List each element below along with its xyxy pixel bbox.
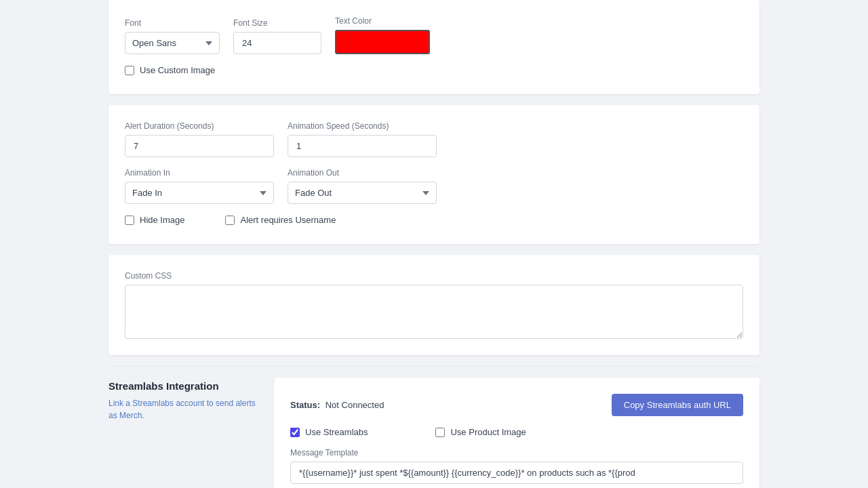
duration-label: Alert Duration (Seconds) [125,121,274,131]
animation-speed-group: Animation Speed (Seconds) [288,121,437,157]
message-template-input[interactable] [290,462,743,484]
custom-css-textarea[interactable] [125,285,743,339]
font-size-input[interactable] [233,32,321,54]
status-value: Not Connected [326,400,384,410]
font-size-label: Font Size [233,18,321,28]
streamlabs-desc: Link a Streamlabs account to send alerts… [108,397,258,422]
use-custom-image-checkbox[interactable] [125,66,134,75]
streamlabs-right: Status: Not Connected Copy Streamlabs au… [274,378,760,488]
animation-speed-label: Animation Speed (Seconds) [288,121,437,131]
duration-group: Alert Duration (Seconds) [125,121,274,157]
alert-requires-username-label[interactable]: Alert requires Username [240,215,336,225]
use-streamlabs-row: Use Streamlabs [290,427,368,437]
message-template-group: Message Template [290,448,743,484]
streamlabs-checkboxes-row: Use Streamlabs Use Product Image [290,427,743,440]
text-color-swatch[interactable] [335,30,430,54]
hide-image-checkbox[interactable] [125,216,134,225]
use-product-image-checkbox[interactable] [435,428,445,437]
animation-in-select[interactable]: Fade In Slide In Bounce In Zoom In [125,182,274,204]
font-label: Font [125,18,220,28]
streamlabs-title: Streamlabs Integration [108,380,258,392]
text-color-group: Text Color [335,16,430,54]
font-select[interactable]: Open Sans Arial Verdana Roboto [125,32,220,54]
animation-out-label: Animation Out [288,168,437,178]
animation-out-select[interactable]: Fade Out Slide Out Bounce Out Zoom Out [288,182,437,204]
duration-speed-row: Alert Duration (Seconds) Animation Speed… [125,121,743,157]
use-custom-image-label[interactable]: Use Custom Image [140,65,215,75]
alert-settings-card: Alert Duration (Seconds) Animation Speed… [108,105,760,244]
animation-row: Animation In Fade In Slide In Bounce In … [125,168,743,204]
message-template-label: Message Template [290,448,743,458]
use-streamlabs-label[interactable]: Use Streamlabs [305,427,368,437]
copy-streamlabs-url-button[interactable]: Copy Streamlabs auth URL [612,394,743,416]
streamlabs-left: Streamlabs Integration Link a Streamlabs… [108,378,258,488]
hide-image-label[interactable]: Hide Image [140,215,184,225]
use-product-image-row: Use Product Image [435,427,526,437]
use-streamlabs-checkbox[interactable] [290,428,300,437]
status-row: Status: Not Connected Copy Streamlabs au… [290,394,743,416]
alert-username-row: Alert requires Username [225,215,336,225]
custom-css-group: Custom CSS [125,271,743,339]
section-divider [108,366,760,367]
font-size-group: Font Size [233,18,321,54]
status-label: Status: [290,400,320,410]
animation-speed-input[interactable] [288,135,437,157]
streamlabs-section: Streamlabs Integration Link a Streamlabs… [108,378,760,488]
font-group: Font Open Sans Arial Verdana Roboto [125,18,220,54]
checkboxes-row: Hide Image Alert requires Username [125,215,743,228]
alert-requires-username-checkbox[interactable] [225,216,235,225]
custom-css-label: Custom CSS [125,271,743,281]
animation-in-group: Animation In Fade In Slide In Bounce In … [125,168,274,204]
use-custom-image-row: Use Custom Image [125,65,743,75]
animation-out-group: Animation Out Fade Out Slide Out Bounce … [288,168,437,204]
status-text: Status: Not Connected [290,400,384,410]
animation-in-label: Animation In [125,168,274,178]
duration-input[interactable] [125,135,274,157]
custom-css-card: Custom CSS [108,255,760,355]
text-color-label: Text Color [335,16,430,26]
use-product-image-label[interactable]: Use Product Image [450,427,526,437]
hide-image-row: Hide Image [125,215,184,225]
